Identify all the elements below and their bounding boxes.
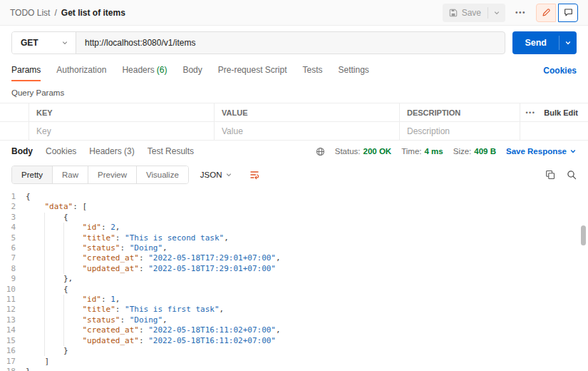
code-line: 10{ <box>0 285 588 295</box>
indent-guide <box>63 233 82 243</box>
line-number: 8 <box>0 264 26 274</box>
cookies-link[interactable]: Cookies <box>543 66 577 76</box>
save-button-label: Save <box>462 8 481 18</box>
tab-authorization-label: Authorization <box>56 65 106 75</box>
indent-guide <box>44 285 63 295</box>
time-value: 4 ms <box>425 147 443 156</box>
chevron-down-icon <box>564 39 572 46</box>
send-button-group: Send <box>512 31 577 54</box>
code-line: 13"status": "Doing", <box>0 315 588 325</box>
tab-body[interactable]: Body <box>182 60 202 81</box>
indent-guide <box>44 213 63 223</box>
value-input[interactable] <box>222 126 392 136</box>
response-tab-headers[interactable]: Headers (3) <box>89 146 134 156</box>
response-tab-body[interactable]: Body <box>11 146 33 156</box>
search-button[interactable] <box>567 170 577 180</box>
key-input[interactable] <box>36 126 207 136</box>
breadcrumb-collection[interactable]: TODO List <box>10 8 50 18</box>
line-number: 4 <box>0 223 26 233</box>
view-preview-button[interactable]: Preview <box>88 166 136 183</box>
scrollbar-thumb[interactable] <box>581 225 586 245</box>
query-params-title: Query Params <box>0 81 588 103</box>
send-button[interactable]: Send <box>512 31 559 54</box>
indent-guide <box>44 264 63 274</box>
line-number: 13 <box>0 315 26 325</box>
code-line-content: "title": "This is first task", <box>26 305 224 315</box>
code-line: 5"title": "This is second task", <box>0 233 588 243</box>
params-actions: ••• Bulk Edit <box>520 103 588 122</box>
indent-guide <box>63 264 82 274</box>
code-line: 3{ <box>0 213 588 223</box>
indent-guide <box>63 223 82 233</box>
code-line: 18} <box>0 367 588 371</box>
row-select-cell <box>0 122 29 141</box>
view-raw-button[interactable]: Raw <box>52 166 88 183</box>
tab-headers-label: Headers <box>122 65 154 75</box>
wrap-lines-icon <box>249 170 259 180</box>
status-value: 200 OK <box>363 147 392 156</box>
comments-button[interactable] <box>558 4 578 22</box>
column-header-value: VALUE <box>214 103 399 122</box>
response-toolbar: Pretty Raw Preview Visualize JSON <box>0 162 588 188</box>
line-number: 7 <box>0 253 26 263</box>
wrap-lines-button[interactable] <box>245 166 264 184</box>
method-select[interactable]: GET <box>12 32 76 54</box>
send-dropdown-button[interactable] <box>559 31 577 54</box>
format-select[interactable]: JSON <box>195 166 239 184</box>
chevron-down-icon <box>61 39 68 46</box>
indent-guide <box>26 315 44 325</box>
topbar-actions: Save ••• <box>443 4 578 22</box>
description-input[interactable] <box>407 126 512 136</box>
bulk-edit-button[interactable]: Bulk Edit <box>544 108 578 117</box>
line-number: 6 <box>0 243 26 253</box>
code-line: 9}, <box>0 274 588 284</box>
line-number: 18 <box>0 367 26 371</box>
response-body-code: 1{2"data": [3{4"id": 2,5"title": "This i… <box>0 192 588 371</box>
response-tab-test-results[interactable]: Test Results <box>148 146 194 156</box>
code-line-content: "created_at": "2022-05-18T16:11:02+07:00… <box>26 325 281 335</box>
save-button[interactable]: Save <box>443 4 488 22</box>
comment-bubble-icon <box>564 8 573 17</box>
save-icon <box>449 9 458 17</box>
tab-headers-count: (6) <box>157 65 167 75</box>
save-response-button[interactable]: Save Response <box>506 147 577 156</box>
more-options-button[interactable]: ••• <box>514 6 527 19</box>
response-body-panel: 1{2"data": [3{4"id": 2,5"title": "This i… <box>0 188 588 371</box>
tab-settings-label: Settings <box>339 65 369 75</box>
view-visualize-button[interactable]: Visualize <box>136 166 188 183</box>
line-number: 11 <box>0 295 26 305</box>
indent-guide <box>26 253 44 263</box>
tab-headers[interactable]: Headers (6) <box>122 60 167 81</box>
response-tab-cookies[interactable]: Cookies <box>46 146 76 156</box>
url-input[interactable] <box>76 32 505 54</box>
tab-settings[interactable]: Settings <box>339 60 369 81</box>
line-number: 5 <box>0 233 26 243</box>
indent-guide <box>44 315 63 325</box>
tab-pre-request-script[interactable]: Pre-request Script <box>218 60 287 81</box>
indent-guide <box>26 336 44 346</box>
copy-button[interactable] <box>545 170 555 180</box>
save-dropdown-button[interactable] <box>488 4 505 22</box>
breadcrumb-request-name[interactable]: Get list of items <box>61 8 125 18</box>
tab-tests-label: Tests <box>302 65 322 75</box>
code-line: 17] <box>0 357 588 367</box>
indent-guide <box>63 243 82 253</box>
request-url-row: GET Send <box>0 26 588 60</box>
params-more-button[interactable]: ••• <box>525 109 535 116</box>
edit-request-button[interactable] <box>536 4 556 22</box>
breadcrumb: TODO List / Get list of items <box>10 8 125 18</box>
code-line-content: "data": [ <box>26 202 87 212</box>
network-globe-icon[interactable] <box>316 147 325 156</box>
tab-authorization[interactable]: Authorization <box>56 60 106 81</box>
code-line: 7"created_at": "2022-05-18T17:29:01+07:0… <box>0 253 588 263</box>
url-bar: GET <box>11 31 505 54</box>
indent-guide <box>63 325 82 335</box>
tab-params[interactable]: Params <box>11 60 41 81</box>
status-badge: Status: 200 OK <box>335 147 391 156</box>
search-icon <box>567 170 577 180</box>
tab-pre-request-script-label: Pre-request Script <box>218 65 287 75</box>
view-pretty-button[interactable]: Pretty <box>12 166 52 183</box>
indent-guide <box>26 213 44 223</box>
code-line: 12"title": "This is first task", <box>0 305 588 315</box>
tab-tests[interactable]: Tests <box>302 60 322 81</box>
